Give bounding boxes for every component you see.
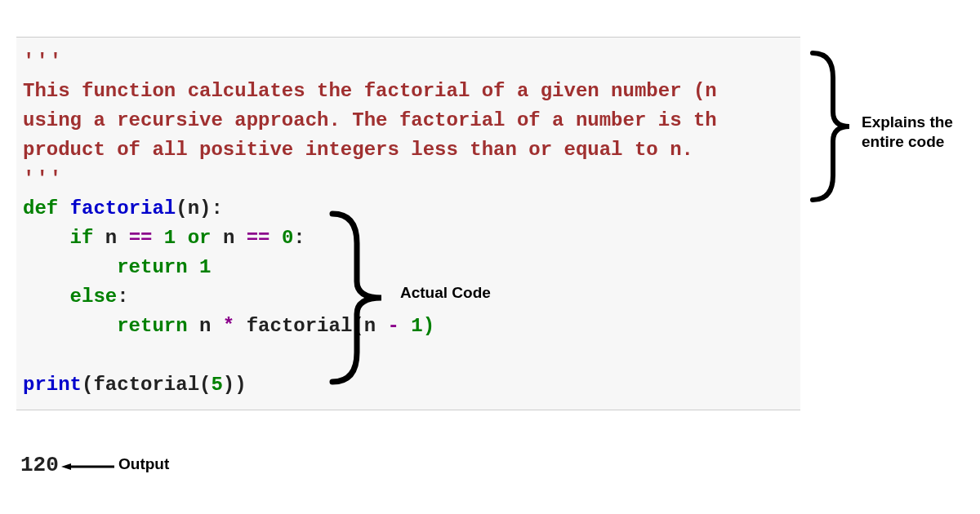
docstring-open-quote: ''' <box>23 47 800 77</box>
print-line: print(factorial(5)) <box>23 370 800 400</box>
brace-actual-code-icon <box>323 204 396 392</box>
annotation-explains: Explains the entire code <box>862 113 976 152</box>
return-1-line: return 1 <box>23 253 800 282</box>
def-line: def factorial(n): <box>23 194 800 224</box>
docstring-line-2: using a recursive approach. The factoria… <box>23 106 800 135</box>
output-value: 120 <box>20 453 59 477</box>
arrow-output-icon <box>61 463 114 470</box>
docstring-close-quote: ''' <box>23 165 800 194</box>
blank-line <box>23 341 800 370</box>
function-name: factorial <box>70 197 176 219</box>
docstring-line-1: This function calculates the factorial o… <box>23 77 800 106</box>
svg-marker-1 <box>61 463 71 470</box>
annotation-actual-code: Actual Code <box>400 284 491 302</box>
if-line: if n == 1 or n == 0: <box>23 224 800 253</box>
def-keyword: def <box>23 197 58 219</box>
brace-explains-icon <box>804 45 862 208</box>
def-params: (n): <box>176 197 223 219</box>
return-recursive-line: return n * factorial(n - 1) <box>23 312 800 341</box>
if-keyword: if <box>70 227 94 249</box>
annotation-output: Output <box>118 455 169 473</box>
docstring-line-3: product of all positive integers less th… <box>23 135 800 165</box>
code-block: ''' This function calculates the factori… <box>16 37 800 410</box>
